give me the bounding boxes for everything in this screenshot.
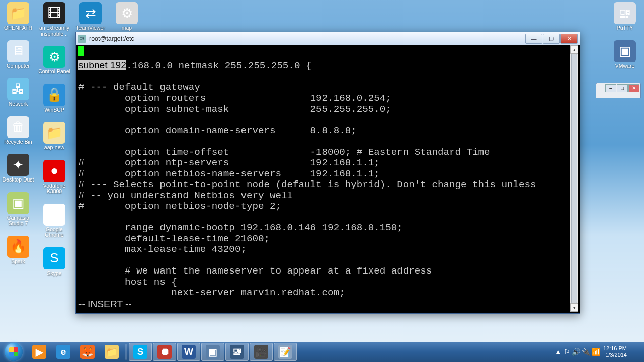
desktop-icon-label: an extreamly inspirable .. [38, 25, 71, 37]
network-icon: 🖧 [7, 78, 29, 100]
desktop-icon-teamviewer[interactable]: ⇄TeamViewer [74, 2, 107, 31]
recycle-icon: 🗑 [7, 116, 29, 138]
computer-icon: 🖥 [7, 40, 29, 62]
desktop-icon-label: Google Chrome [38, 227, 71, 238]
vodafone-icon: ● [43, 160, 65, 182]
desktop-icon-label: TeamViewer [76, 25, 105, 31]
putty-desktop-icon: 🖳 [614, 2, 636, 24]
terminal[interactable]: subnet 192.168.0.0 netmask 255.255.255.0… [77, 45, 570, 312]
mediaplayer-icon: ▶ [32, 345, 46, 359]
taskbar-word-button[interactable]: W [177, 343, 200, 361]
taskbar-firefox-button[interactable]: 🦊 [76, 343, 99, 361]
desktop-icon-extreamly[interactable]: 🎞an extreamly inspirable .. [38, 2, 71, 37]
ie-icon: e [56, 345, 70, 359]
taskbar-screenrec-button[interactable]: ⏺ [153, 343, 176, 361]
taskbar-explorer-button[interactable]: 📁 [100, 343, 123, 361]
desktop-icon-chrome[interactable]: ◎Google Chrome [38, 204, 71, 238]
desktop-icon-desktopdust[interactable]: ✦Desktop Dust [2, 154, 35, 183]
desktop-icon-recycle[interactable]: 🗑Recycle Bin [2, 116, 35, 145]
tray-icon[interactable]: 📶 [592, 348, 600, 356]
desktop-icon-label: Vodafone K3800 [38, 183, 71, 195]
show-desktop-button[interactable] [633, 342, 640, 362]
tray-icon[interactable]: ▲ [555, 348, 562, 356]
desktop-icon-controlpanel[interactable]: ⚙Control Panel [38, 46, 71, 75]
desktop-icon-label: Control Panel [38, 69, 70, 75]
tray-icons[interactable]: ▲ ⚐ 🔊 🔌 📶 [555, 348, 600, 356]
system-tray[interactable]: ▲ ⚐ 🔊 🔌 📶 12:16 PM 1/3/2014 [555, 342, 641, 362]
taskbar-camtasia-task-button[interactable]: 🎥 [250, 343, 273, 361]
putty-task-icon: 🖳 [230, 345, 244, 359]
window-title: root@target:/etc [89, 35, 134, 42]
desktop-icon-skype[interactable]: SSkype [38, 247, 71, 277]
camtasia-task-icon: 🎥 [254, 345, 268, 359]
terminal-cursor [78, 46, 84, 56]
minimize-button[interactable]: — [525, 34, 542, 44]
desktop-icon-putty-desktop[interactable]: 🖳PuTTY [608, 2, 641, 31]
screenrec-icon: ⏺ [157, 345, 172, 359]
clock-time: 12:16 PM [603, 345, 627, 352]
background-window[interactable]: – □ ✕ [596, 83, 641, 98]
desktop: 📁OPENPATH🖥Computer🖧Network🗑Recycle Bin✦D… [0, 0, 644, 362]
tray-icon[interactable]: 🔌 [582, 348, 590, 356]
notes-icon: 📝 [278, 345, 292, 359]
tray-icon[interactable]: ⚐ [564, 348, 570, 356]
desktop-icon-label: Recycle Bin [4, 139, 32, 145]
putty-window[interactable]: 🖳 root@target:/etc — ▢ ✕ subnet 192.168.… [75, 32, 580, 314]
scroll-down-button[interactable]: ▾ [570, 303, 578, 312]
desktop-icon-label: VMware [615, 63, 635, 69]
taskbar-notes-button[interactable]: 📝 [274, 343, 297, 361]
bgwin-maximize-button[interactable]: □ [617, 84, 628, 92]
word-icon: W [182, 345, 196, 359]
clock[interactable]: 12:16 PM 1/3/2014 [603, 345, 627, 358]
clock-date: 1/3/2014 [603, 352, 627, 358]
desktop-icon-label: WinSCP [44, 107, 64, 113]
desktop-icon-network[interactable]: 🖧Network [2, 78, 35, 107]
skype-icon: S [43, 247, 65, 269]
titlebar[interactable]: 🖳 root@target:/etc — ▢ ✕ [76, 32, 580, 45]
bgwin-close-button[interactable]: ✕ [628, 84, 639, 92]
maximize-button[interactable]: ▢ [543, 34, 560, 44]
desktop-icons-col-right: 🖳PuTTY▣VMware [608, 2, 642, 69]
start-button[interactable] [0, 342, 27, 362]
desktop-icons-col-3: ⇄TeamViewer [73, 2, 108, 31]
map-icon: ⚙ [116, 2, 138, 24]
camtasia-icon: ▣ [7, 192, 29, 214]
controlpanel-icon: ⚙ [43, 46, 65, 68]
taskbar-skype-button[interactable]: S [129, 343, 152, 361]
desktop-icon-vodafone[interactable]: ●Vodafone K3800 [38, 160, 71, 195]
taskbar-pins: ▶e🦊📁S⏺W▣🖳🎥📝 [27, 343, 297, 361]
taskbar-mediaplayer-button[interactable]: ▶ [28, 343, 51, 361]
taskbar-ie-button[interactable]: e [52, 343, 75, 361]
desktop-icon-label: OPENPATH [4, 25, 32, 31]
windows-orb-icon [5, 343, 23, 361]
desktop-icon-vmware[interactable]: ▣VMware [608, 40, 641, 69]
openpath-icon: 📁 [7, 2, 29, 24]
desktop-icon-openpath[interactable]: 📁OPENPATH [2, 2, 35, 31]
taskbar-putty-task-button[interactable]: 🖳 [225, 343, 249, 361]
desktop-icon-label: Camtasia Studio 7 [2, 215, 35, 227]
desktop-icon-map[interactable]: ⚙map [110, 2, 143, 31]
scroll-thumb[interactable] [571, 54, 577, 303]
close-button[interactable]: ✕ [560, 34, 578, 44]
desktop-icon-computer[interactable]: 🖥Computer [2, 40, 35, 69]
bgwin-minimize-button[interactable]: – [605, 84, 616, 92]
desktop-icon-label: Desktop Dust [2, 177, 34, 183]
desktop-icon-camtasia[interactable]: ▣Camtasia Studio 7 [2, 192, 35, 227]
desktop-icons-col-2: 🎞an extreamly inspirable ..⚙Control Pane… [37, 2, 71, 276]
vim-mode: -- INSERT -- [78, 299, 132, 309]
scrollbar[interactable]: ▴ ▾ [570, 45, 578, 312]
desktop-icon-winscp[interactable]: 🔒WinSCP [38, 84, 71, 113]
taskbar-vmware-task-button[interactable]: ▣ [201, 343, 224, 361]
desktop-icon-label: Network [9, 101, 28, 107]
putty-icon: 🖳 [78, 35, 86, 43]
desktop-icon-aapnew[interactable]: 📁aap-new [38, 122, 71, 151]
scroll-up-button[interactable]: ▴ [570, 45, 578, 54]
desktop-icon-spark[interactable]: 🔥Spark [2, 236, 35, 265]
desktop-icon-label: Spark [11, 259, 25, 265]
desktop-icon-label: aap-new [44, 145, 64, 151]
explorer-icon: 📁 [105, 345, 119, 359]
taskbar: ▶e🦊📁S⏺W▣🖳🎥📝 ▲ ⚐ 🔊 🔌 📶 12:16 PM 1/3/2014 [0, 342, 644, 362]
tray-icon[interactable]: 🔊 [572, 348, 580, 356]
vmware-icon: ▣ [614, 40, 636, 62]
desktop-icons-col-4: ⚙map [110, 2, 144, 31]
